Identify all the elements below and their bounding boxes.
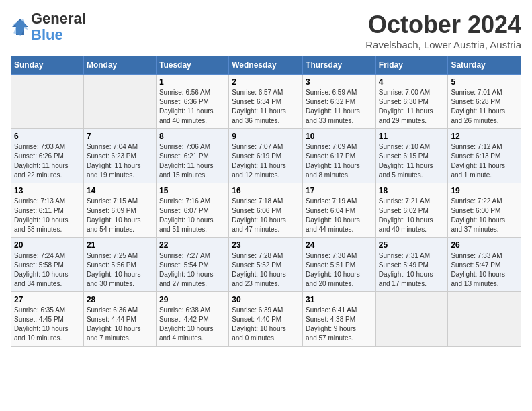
day-info: Sunrise: 7:12 AM Sunset: 6:13 PM Dayligh…: [451, 142, 518, 180]
calendar-table: SundayMondayTuesdayWednesdayThursdayFrid…: [11, 56, 521, 347]
day-info: Sunrise: 6:59 AM Sunset: 6:32 PM Dayligh…: [306, 88, 373, 126]
weekday-header: Wednesday: [229, 56, 303, 75]
day-number: 12: [451, 132, 518, 141]
calendar-day-cell: 19Sunrise: 7:22 AM Sunset: 6:00 PM Dayli…: [448, 183, 521, 238]
day-info: Sunrise: 7:01 AM Sunset: 6:28 PM Dayligh…: [451, 88, 518, 126]
logo-icon: [11, 17, 30, 36]
calendar-day-cell: 22Sunrise: 7:27 AM Sunset: 5:54 PM Dayli…: [156, 238, 228, 292]
day-info: Sunrise: 6:36 AM Sunset: 4:44 PM Dayligh…: [87, 306, 153, 343]
day-info: Sunrise: 7:30 AM Sunset: 5:51 PM Dayligh…: [306, 251, 373, 289]
day-number: 18: [379, 186, 445, 195]
day-number: 11: [379, 132, 445, 141]
day-info: Sunrise: 7:31 AM Sunset: 5:49 PM Dayligh…: [379, 251, 445, 289]
weekday-header: Friday: [375, 56, 448, 75]
day-number: 31: [306, 295, 373, 304]
day-number: 23: [232, 240, 300, 250]
calendar-week-row: 1Sunrise: 6:56 AM Sunset: 6:36 PM Daylig…: [11, 75, 521, 129]
calendar-day-cell: 30Sunrise: 6:39 AM Sunset: 4:40 PM Dayli…: [229, 292, 303, 347]
day-number: 26: [451, 240, 518, 250]
logo: General Blue: [11, 11, 86, 43]
calendar-day-cell: 17Sunrise: 7:19 AM Sunset: 6:04 PM Dayli…: [303, 183, 376, 238]
weekday-header-row: SundayMondayTuesdayWednesdayThursdayFrid…: [11, 56, 521, 75]
day-info: Sunrise: 7:22 AM Sunset: 6:00 PM Dayligh…: [451, 197, 518, 234]
day-info: Sunrise: 7:19 AM Sunset: 6:04 PM Dayligh…: [306, 197, 373, 234]
day-info: Sunrise: 7:15 AM Sunset: 6:09 PM Dayligh…: [87, 197, 153, 234]
day-info: Sunrise: 6:56 AM Sunset: 6:36 PM Dayligh…: [159, 88, 226, 126]
day-info: Sunrise: 7:21 AM Sunset: 6:02 PM Dayligh…: [379, 197, 445, 234]
calendar-day-cell: 5Sunrise: 7:01 AM Sunset: 6:28 PM Daylig…: [448, 75, 521, 129]
page-header: General Blue October 2024 Ravelsbach, Lo…: [11, 11, 521, 50]
day-number: 1: [159, 77, 226, 87]
day-number: 10: [306, 132, 373, 141]
day-number: 25: [379, 240, 445, 250]
day-info: Sunrise: 6:38 AM Sunset: 4:42 PM Dayligh…: [159, 306, 226, 343]
calendar-week-row: 13Sunrise: 7:13 AM Sunset: 6:11 PM Dayli…: [11, 183, 521, 238]
calendar-day-cell: 29Sunrise: 6:38 AM Sunset: 4:42 PM Dayli…: [156, 292, 228, 347]
calendar-day-cell: 20Sunrise: 7:24 AM Sunset: 5:58 PM Dayli…: [11, 238, 84, 292]
calendar-day-cell: 25Sunrise: 7:31 AM Sunset: 5:49 PM Dayli…: [375, 238, 448, 292]
location: Ravelsbach, Lower Austria, Austria: [365, 39, 521, 50]
weekday-header: Tuesday: [156, 56, 228, 75]
calendar-day-cell: 7Sunrise: 7:04 AM Sunset: 6:23 PM Daylig…: [83, 129, 156, 183]
day-info: Sunrise: 7:28 AM Sunset: 5:52 PM Dayligh…: [232, 251, 300, 289]
day-number: 13: [14, 186, 81, 195]
calendar-day-cell: 27Sunrise: 6:35 AM Sunset: 4:45 PM Dayli…: [11, 292, 84, 347]
calendar-day-cell: 21Sunrise: 7:25 AM Sunset: 5:56 PM Dayli…: [83, 238, 156, 292]
day-info: Sunrise: 7:27 AM Sunset: 5:54 PM Dayligh…: [159, 251, 226, 289]
day-number: 8: [159, 132, 226, 141]
day-number: 17: [306, 186, 373, 195]
calendar-day-cell: 4Sunrise: 7:00 AM Sunset: 6:30 PM Daylig…: [375, 75, 448, 129]
logo-line2: Blue: [31, 27, 86, 43]
day-number: 16: [232, 186, 300, 195]
weekday-header: Sunday: [11, 56, 84, 75]
day-number: 28: [87, 295, 153, 304]
day-info: Sunrise: 7:16 AM Sunset: 6:07 PM Dayligh…: [159, 197, 226, 234]
day-number: 3: [306, 77, 373, 87]
day-info: Sunrise: 7:06 AM Sunset: 6:21 PM Dayligh…: [159, 142, 226, 180]
day-info: Sunrise: 7:07 AM Sunset: 6:19 PM Dayligh…: [232, 142, 300, 180]
calendar-day-cell: [83, 75, 156, 129]
calendar-day-cell: 24Sunrise: 7:30 AM Sunset: 5:51 PM Dayli…: [303, 238, 376, 292]
calendar-day-cell: 18Sunrise: 7:21 AM Sunset: 6:02 PM Dayli…: [375, 183, 448, 238]
weekday-header: Monday: [83, 56, 156, 75]
day-number: 22: [159, 240, 226, 250]
day-info: Sunrise: 6:41 AM Sunset: 4:38 PM Dayligh…: [306, 306, 373, 343]
calendar-day-cell: 12Sunrise: 7:12 AM Sunset: 6:13 PM Dayli…: [448, 129, 521, 183]
calendar-day-cell: 11Sunrise: 7:10 AM Sunset: 6:15 PM Dayli…: [375, 129, 448, 183]
day-number: 24: [306, 240, 373, 250]
day-number: 5: [451, 77, 518, 87]
day-number: 21: [87, 240, 153, 250]
calendar-day-cell: 15Sunrise: 7:16 AM Sunset: 6:07 PM Dayli…: [156, 183, 228, 238]
day-info: Sunrise: 6:35 AM Sunset: 4:45 PM Dayligh…: [14, 306, 81, 343]
weekday-header: Thursday: [303, 56, 376, 75]
day-number: 9: [232, 132, 300, 141]
calendar-day-cell: 1Sunrise: 6:56 AM Sunset: 6:36 PM Daylig…: [156, 75, 228, 129]
day-number: 29: [159, 295, 226, 304]
calendar-day-cell: 26Sunrise: 7:33 AM Sunset: 5:47 PM Dayli…: [448, 238, 521, 292]
calendar-week-row: 20Sunrise: 7:24 AM Sunset: 5:58 PM Dayli…: [11, 238, 521, 292]
calendar-day-cell: 23Sunrise: 7:28 AM Sunset: 5:52 PM Dayli…: [229, 238, 303, 292]
day-number: 27: [14, 295, 81, 304]
day-number: 7: [87, 132, 153, 141]
calendar-day-cell: [375, 292, 448, 347]
day-number: 20: [14, 240, 81, 250]
weekday-header: Saturday: [448, 56, 521, 75]
calendar-day-cell: 2Sunrise: 6:57 AM Sunset: 6:34 PM Daylig…: [229, 75, 303, 129]
day-info: Sunrise: 6:57 AM Sunset: 6:34 PM Dayligh…: [232, 88, 300, 126]
day-number: 4: [379, 77, 445, 87]
calendar-week-row: 6Sunrise: 7:03 AM Sunset: 6:26 PM Daylig…: [11, 129, 521, 183]
calendar-day-cell: 6Sunrise: 7:03 AM Sunset: 6:26 PM Daylig…: [11, 129, 84, 183]
month-title: October 2024: [365, 11, 521, 39]
calendar-day-cell: [11, 75, 84, 129]
day-info: Sunrise: 7:25 AM Sunset: 5:56 PM Dayligh…: [87, 251, 153, 289]
day-info: Sunrise: 7:03 AM Sunset: 6:26 PM Dayligh…: [14, 142, 81, 180]
calendar-day-cell: 3Sunrise: 6:59 AM Sunset: 6:32 PM Daylig…: [303, 75, 376, 129]
logo-line1: General: [31, 11, 86, 27]
calendar-day-cell: 14Sunrise: 7:15 AM Sunset: 6:09 PM Dayli…: [83, 183, 156, 238]
day-info: Sunrise: 7:00 AM Sunset: 6:30 PM Dayligh…: [379, 88, 445, 126]
day-info: Sunrise: 7:04 AM Sunset: 6:23 PM Dayligh…: [87, 142, 153, 180]
day-info: Sunrise: 7:10 AM Sunset: 6:15 PM Dayligh…: [379, 142, 445, 180]
calendar-day-cell: 8Sunrise: 7:06 AM Sunset: 6:21 PM Daylig…: [156, 129, 228, 183]
title-section: October 2024 Ravelsbach, Lower Austria, …: [365, 11, 521, 50]
day-number: 2: [232, 77, 300, 87]
